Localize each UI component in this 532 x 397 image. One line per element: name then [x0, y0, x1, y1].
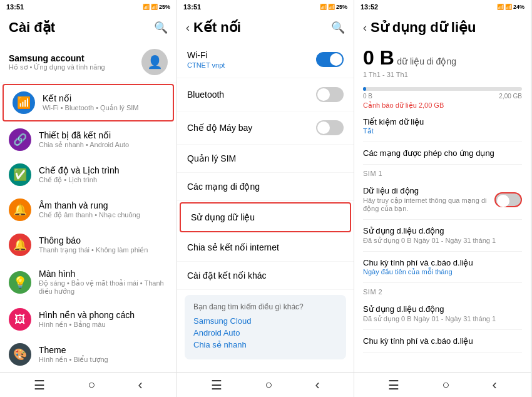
settings-item-theme[interactable]: 🎨 Theme Hình nền • Biểu tượng	[0, 337, 176, 372]
data-usage-text: Sử dụng dữ liệu	[191, 212, 340, 222]
hinh-nen-text: Hình nền và phong cách Hình nền • Bảng m…	[39, 310, 168, 329]
settings-item-ket-noi[interactable]: 📶 Kết nối Wi-Fi • Bluetooth • Quản lý SI…	[3, 84, 174, 121]
su-dung-sim1-title: Sử dụng d.liệu d.động	[363, 226, 522, 235]
sim2-label: SIM 2	[363, 288, 522, 296]
su-dung-sim1-item[interactable]: Sử dụng d.liệu d.động Đã sử dụng 0 B Ngà…	[363, 220, 522, 252]
am-thanh-text: Âm thanh và rung Chế độ âm thanh • Nhạc …	[39, 200, 168, 219]
bottom-nav-1: ☰ ○ ‹	[0, 372, 176, 397]
progress-left: 0 B	[363, 93, 372, 100]
progress-bar-container: 0 B 2,00 GB Cảnh báo dữ liệu 2,00 GB	[363, 87, 522, 110]
conn-wifi[interactable]: Wi-Fi CTNET vnpt	[177, 41, 354, 78]
suggestion-android-auto[interactable]: Android Auto	[193, 328, 337, 338]
status-bar-3: 13:52 📶 📶 24%	[354, 0, 531, 14]
du-lieu-di-dong-item[interactable]: Dữ liệu di động Hãy truy cập internet th…	[363, 180, 522, 220]
wifi-toggle[interactable]	[316, 52, 344, 67]
settings-item-thong-bao[interactable]: 🔔 Thông báo Thanh trạng thái • Không làm…	[0, 227, 176, 262]
time-2: 13:51	[183, 3, 201, 11]
theme-sub: Hình nền • Biểu tượng	[39, 356, 168, 364]
nav-menu-2[interactable]: ☰	[201, 374, 232, 396]
su-dung-sim1-sub: Đã sử dụng 0 B Ngày 01 - Ngày 31 tháng 1	[363, 237, 522, 245]
nav-home-2[interactable]: ○	[255, 374, 282, 396]
theme-title: Theme	[39, 345, 168, 355]
status-bar-1: 13:51 📶 📶 25%	[0, 0, 176, 14]
am-thanh-icon: 🔔	[9, 198, 31, 221]
thiet-bi-title: Thiết bị đã kết nối	[39, 130, 168, 140]
tiet-kiem-title: Tiết kiệm dữ liệu	[363, 117, 424, 126]
suggestion-title: Bạn đang tìm kiếm điều gì khác?	[193, 302, 337, 311]
ket-noi-text: Kết nối Wi-Fi • Bluetooth • Quản lý SIM	[43, 93, 164, 112]
conn-hotspot[interactable]: Chia sẻ kết nối internet	[177, 234, 354, 262]
settings-title: Cài đặt	[9, 19, 55, 36]
progress-right: 2,00 GB	[499, 93, 522, 100]
cac-mang-item[interactable]: Các mạng được phép cho ứng dụng	[363, 142, 522, 165]
chu-ky-sim2-item[interactable]: Chu kỳ tính phí và c.báo d.liệu	[363, 330, 522, 353]
account-info: Samsung account Hồ sơ • Ứng dụng và tính…	[9, 53, 134, 71]
suggestion-chia-se-nhanh[interactable]: Chia sẻ nhanh	[193, 340, 337, 349]
samsung-account-item[interactable]: Samsung account Hồ sơ • Ứng dụng và tính…	[0, 41, 176, 83]
panel-data-usage: 13:52 📶 📶 24% ‹ Sử dụng dữ liệu 0 B dữ l…	[354, 0, 531, 397]
account-sub: Hồ sơ • Ứng dụng và tính năng	[9, 63, 134, 71]
nav-back-2[interactable]: ‹	[305, 373, 330, 397]
search-icon-2[interactable]: 🔍	[331, 21, 345, 34]
wifi-title: Wi-Fi	[187, 50, 316, 60]
airplane-title: Chế độ Máy bay	[187, 123, 316, 133]
back-button-3[interactable]: ‹	[363, 21, 367, 34]
thong-bao-icon: 🔔	[9, 234, 31, 256]
theme-icon: 🎨	[9, 343, 31, 366]
settings-item-am-thanh[interactable]: 🔔 Âm thanh và rung Chế độ âm thanh • Nhạ…	[0, 192, 176, 227]
suggestion-box: Bạn đang tìm kiếm điều gì khác? Samsung …	[185, 295, 346, 359]
settings-item-che-do[interactable]: ✅ Chế độ và Lịch trình Chế độ • Lịch trì…	[0, 157, 176, 192]
hinh-nen-icon: 🖼	[9, 308, 31, 331]
nav-home-3[interactable]: ○	[432, 374, 459, 396]
tiet-kiem-item[interactable]: Tiết kiệm dữ liệu Tắt	[363, 111, 522, 142]
thiet-bi-text: Thiết bị đã kết nối Chia sẻ nhanh • Andr…	[39, 130, 168, 149]
che-do-icon: ✅	[9, 163, 31, 186]
settings-item-hinh-nen[interactable]: 🖼 Hình nền và phong cách Hình nền • Bảng…	[0, 302, 176, 337]
chu-ky-sim1-item[interactable]: Chu kỳ tính phí và c.báo d.liệu Ngày đầu…	[363, 252, 522, 283]
panel-settings: 13:51 📶 📶 25% Cài đặt 🔍 Samsung account …	[0, 0, 177, 397]
connections-title: Kết nối	[193, 19, 241, 36]
airplane-toggle[interactable]	[316, 120, 344, 135]
airplane-text: Chế độ Máy bay	[187, 123, 316, 133]
search-icon-1[interactable]: 🔍	[154, 21, 168, 34]
su-dung-sim2-item[interactable]: Sử dụng d.liệu d.động Đã sử dụng 0 B Ngà…	[363, 298, 522, 330]
conn-airplane[interactable]: Chế độ Máy bay	[177, 111, 354, 145]
du-lieu-di-dong-toggle[interactable]	[494, 192, 522, 207]
bluetooth-title: Bluetooth	[187, 90, 316, 100]
settings-item-thiet-bi[interactable]: 🔗 Thiết bị đã kết nối Chia sẻ nhanh • An…	[0, 122, 176, 157]
battery-icon-1: 25%	[159, 4, 170, 10]
bluetooth-text: Bluetooth	[187, 90, 316, 100]
bottom-nav-2: ☰ ○ ‹	[177, 372, 354, 397]
nav-back-3[interactable]: ‹	[483, 373, 507, 397]
man-hinh-sub: Độ sáng • Bảo vệ mắt thoải mái • Thanh đ…	[39, 279, 168, 296]
nav-menu-3[interactable]: ☰	[378, 374, 409, 396]
conn-mobile-network[interactable]: Các mạng di động	[177, 173, 354, 201]
back-button-2[interactable]: ‹	[186, 21, 190, 34]
settings-header: Cài đặt 🔍	[0, 14, 176, 41]
suggestion-samsung-cloud[interactable]: Samsung Cloud	[193, 316, 337, 326]
am-thanh-title: Âm thanh và rung	[39, 200, 168, 210]
nav-menu-1[interactable]: ☰	[24, 374, 55, 396]
conn-bluetooth[interactable]: Bluetooth	[177, 78, 354, 111]
connections-list: Wi-Fi CTNET vnpt Bluetooth Chế độ Máy ba…	[177, 41, 354, 372]
conn-sim[interactable]: Quản lý SIM	[177, 145, 354, 173]
settings-item-man-hinh[interactable]: 💡 Màn hình Độ sáng • Bảo vệ mắt thoải má…	[0, 262, 176, 302]
wifi-status-icon-1: 📶	[151, 4, 158, 10]
battery-icon-2: 25%	[336, 4, 347, 10]
chu-ky-sim2-title: Chu kỳ tính phí và c.báo d.liệu	[363, 336, 522, 346]
wifi-sub: CTNET vnpt	[187, 61, 316, 69]
conn-other[interactable]: Cài đặt kết nối khác	[177, 262, 354, 290]
data-usage-content: 0 B dữ liệu di động 1 Th1 - 31 Th1 0 B 2…	[354, 41, 531, 372]
status-icons-2: 📶 📶 25%	[320, 4, 347, 10]
bluetooth-toggle[interactable]	[316, 87, 344, 102]
du-lieu-di-dong-text: Dữ liệu di động Hãy truy cập internet th…	[363, 186, 494, 213]
cac-mang-title: Các mạng được phép cho ứng dụng	[363, 148, 522, 158]
data-usage-title: Sử dụng dữ liệu	[191, 212, 340, 222]
nav-back-1[interactable]: ‹	[128, 373, 153, 397]
nav-home-1[interactable]: ○	[78, 374, 105, 396]
du-lieu-di-dong-title: Dữ liệu di động	[363, 186, 494, 195]
tiet-kiem-row: Tiết kiệm dữ liệu Tắt	[363, 117, 522, 135]
hinh-nen-sub: Hình nền • Bảng màu	[39, 321, 168, 329]
conn-data-usage[interactable]: Sử dụng dữ liệu	[180, 202, 351, 232]
ket-noi-icon: 📶	[13, 91, 35, 114]
